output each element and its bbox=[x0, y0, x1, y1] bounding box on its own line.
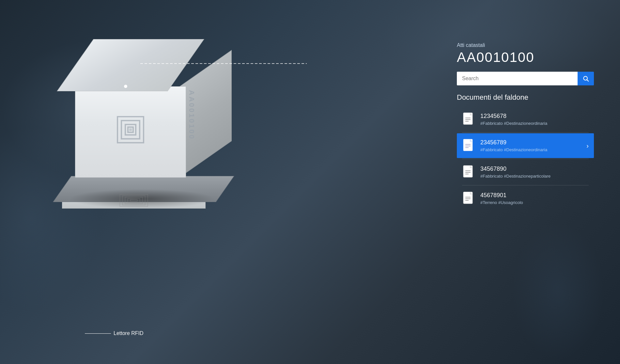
doc-number-1: 12345678 bbox=[480, 113, 589, 120]
search-bar bbox=[457, 72, 594, 85]
document-item-1[interactable]: 12345678 #Fabbricato #Destinazioneordina… bbox=[457, 107, 594, 132]
doc-icon-4 bbox=[462, 191, 475, 206]
box-indicator-dot bbox=[124, 85, 127, 88]
document-item-3[interactable]: 34567890 #Fabbricato #Destinazionepartic… bbox=[457, 160, 594, 184]
svg-rect-14 bbox=[463, 113, 471, 122]
search-input[interactable] bbox=[457, 72, 578, 85]
rfid-label-text: Lettore RFID bbox=[114, 330, 144, 336]
document-item-2[interactable]: 23456789 #Fabbricato #Destinazioneordina… bbox=[457, 133, 594, 158]
svg-rect-24 bbox=[463, 166, 471, 175]
rfid-label-line bbox=[85, 333, 111, 334]
svg-rect-19 bbox=[463, 139, 471, 148]
doc-number-2: 23456789 bbox=[480, 139, 584, 146]
doc-divider-3 bbox=[462, 185, 589, 185]
svg-line-12 bbox=[587, 80, 589, 81]
svg-rect-29 bbox=[463, 192, 471, 201]
doc-info-4: 45678901 #Terreno #Usoagricolo bbox=[480, 192, 589, 205]
atti-catastali-code: AA0010100 bbox=[457, 50, 594, 65]
dashed-connector-line bbox=[140, 59, 307, 68]
box-logo bbox=[114, 113, 147, 147]
doc-divider-1 bbox=[462, 132, 589, 133]
documents-section-title: Documenti del faldone bbox=[457, 93, 594, 102]
search-button[interactable] bbox=[578, 72, 594, 85]
atti-catastali-label: Atti catastali bbox=[457, 42, 594, 48]
doc-icon-3 bbox=[462, 164, 475, 180]
doc-icon-1 bbox=[462, 111, 475, 127]
doc-icon-2 bbox=[462, 138, 475, 153]
doc-number-3: 34567890 bbox=[480, 166, 589, 172]
document-list: 12345678 #Fabbricato #Destinazioneordina… bbox=[457, 107, 594, 211]
doc-info-1: 12345678 #Fabbricato #Destinazioneordina… bbox=[480, 113, 589, 126]
search-icon bbox=[582, 75, 589, 82]
doc-info-2: 23456789 #Fabbricato #Destinazioneordina… bbox=[480, 139, 584, 152]
box-side-text: AA0010100 bbox=[187, 90, 196, 140]
doc-arrow-icon: › bbox=[586, 142, 589, 150]
doc-tags-1: #Fabbricato #Destinazioneordinaria bbox=[480, 121, 589, 126]
svg-rect-3 bbox=[128, 198, 140, 202]
svg-rect-4 bbox=[130, 199, 137, 201]
box-front-face bbox=[75, 86, 186, 178]
doc-number-4: 45678901 bbox=[480, 192, 589, 199]
rfid-label-area: Lettore RFID bbox=[85, 330, 144, 336]
svg-rect-9 bbox=[129, 128, 132, 131]
box-base-front bbox=[62, 192, 206, 209]
doc-tags-4: #Terreno #Usoagricolo bbox=[480, 200, 589, 205]
right-panel: Atti catastali AA0010100 Documenti del f… bbox=[457, 42, 594, 211]
document-item-4[interactable]: 45678901 #Terreno #Usoagricolo bbox=[457, 186, 594, 211]
doc-tags-3: #Fabbricato #Destinazioneparticolare bbox=[480, 174, 589, 179]
svg-rect-0 bbox=[120, 194, 147, 206]
doc-divider-2 bbox=[462, 159, 589, 159]
doc-info-3: 34567890 #Fabbricato #Destinazionepartic… bbox=[480, 166, 589, 179]
doc-tags-2: #Fabbricato #Destinazioneordinaria bbox=[480, 147, 584, 152]
